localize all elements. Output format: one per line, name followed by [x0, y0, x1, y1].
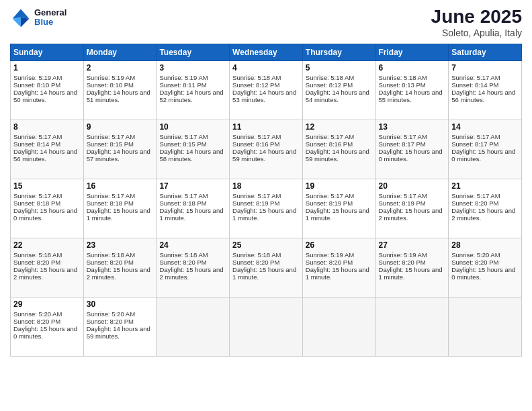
sunset-text: Sunset: 8:20 PM: [87, 259, 134, 266]
sunset-text: Sunset: 8:19 PM: [379, 199, 426, 207]
day-number: 10: [159, 122, 226, 132]
table-row: [157, 297, 230, 356]
sunset-text: Sunset: 8:20 PM: [13, 318, 60, 325]
table-row: 10 Sunrise: 5:17 AM Sunset: 8:15 PM Dayl…: [157, 120, 230, 179]
sunset-text: Sunset: 8:17 PM: [379, 140, 426, 148]
day-number: 27: [379, 240, 446, 250]
sunrise-text: Sunrise: 5:17 AM: [379, 133, 427, 140]
col-monday: Monday: [83, 44, 157, 60]
sunset-text: Sunset: 8:19 PM: [306, 199, 353, 207]
sunrise-text: Sunrise: 5:19 AM: [306, 251, 354, 259]
sunrise-text: Sunrise: 5:17 AM: [13, 192, 62, 199]
calendar-week-row: 8 Sunrise: 5:17 AM Sunset: 8:14 PM Dayli…: [11, 120, 522, 179]
col-tuesday: Tuesday: [157, 44, 230, 60]
sunset-text: Sunset: 8:16 PM: [306, 140, 353, 148]
day-number: 22: [13, 240, 81, 250]
daylight-label: Daylight: 14 hours and 53 minutes.: [232, 89, 296, 103]
sunset-text: Sunset: 8:11 PM: [159, 81, 206, 89]
day-number: 30: [87, 300, 154, 309]
sunrise-text: Sunrise: 5:18 AM: [159, 251, 208, 259]
sunset-text: Sunset: 8:15 PM: [87, 140, 134, 148]
sunset-text: Sunset: 8:10 PM: [87, 81, 134, 89]
sunset-text: Sunset: 8:20 PM: [306, 259, 353, 266]
day-number: 28: [451, 240, 519, 250]
day-number: 29: [13, 300, 81, 309]
sunset-text: Sunset: 8:20 PM: [87, 318, 134, 325]
sunrise-text: Sunrise: 5:17 AM: [451, 192, 500, 199]
sunset-text: Sunset: 8:17 PM: [451, 140, 498, 148]
table-row: 8 Sunrise: 5:17 AM Sunset: 8:14 PM Dayli…: [11, 120, 84, 179]
sunset-text: Sunset: 8:12 PM: [306, 81, 353, 89]
col-sunday: Sunday: [11, 44, 84, 60]
table-row: 21 Sunrise: 5:17 AM Sunset: 8:20 PM Dayl…: [449, 179, 522, 238]
sunrise-text: Sunrise: 5:17 AM: [13, 133, 62, 140]
day-number: 6: [379, 63, 446, 73]
daylight-label: Daylight: 15 hours and 0 minutes.: [451, 148, 515, 163]
title-block: June 2025 Soleto, Apulia, Italy: [431, 7, 522, 38]
sunrise-text: Sunrise: 5:19 AM: [379, 251, 427, 259]
sunset-text: Sunset: 8:13 PM: [379, 81, 426, 89]
day-number: 16: [87, 181, 154, 191]
day-number: 20: [379, 181, 446, 191]
table-row: 3 Sunrise: 5:19 AM Sunset: 8:11 PM Dayli…: [157, 60, 230, 120]
day-number: 25: [232, 240, 300, 250]
table-row: 5 Sunrise: 5:18 AM Sunset: 8:12 PM Dayli…: [302, 60, 375, 120]
col-saturday: Saturday: [449, 44, 522, 60]
sunset-text: Sunset: 8:18 PM: [159, 199, 206, 207]
table-row: 24 Sunrise: 5:18 AM Sunset: 8:20 PM Dayl…: [157, 238, 230, 297]
day-number: 8: [13, 122, 81, 132]
day-number: 19: [306, 181, 373, 191]
daylight-label: Daylight: 15 hours and 1 minute.: [159, 207, 223, 222]
daylight-label: Daylight: 15 hours and 1 minute.: [232, 207, 296, 222]
daylight-label: Daylight: 15 hours and 0 minutes.: [13, 325, 77, 340]
daylight-label: Daylight: 14 hours and 56 minutes.: [451, 89, 515, 103]
table-row: 23 Sunrise: 5:18 AM Sunset: 8:20 PM Dayl…: [83, 238, 157, 297]
daylight-label: Daylight: 15 hours and 2 minutes.: [379, 207, 443, 222]
day-number: 9: [87, 122, 154, 132]
sunrise-text: Sunrise: 5:19 AM: [87, 74, 135, 81]
daylight-label: Daylight: 14 hours and 59 minutes.: [306, 148, 369, 163]
sunrise-text: Sunrise: 5:17 AM: [451, 133, 500, 140]
calendar-week-row: 1 Sunrise: 5:19 AM Sunset: 8:10 PM Dayli…: [11, 60, 522, 120]
daylight-label: Daylight: 15 hours and 2 minutes.: [451, 207, 515, 222]
table-row: 2 Sunrise: 5:19 AM Sunset: 8:10 PM Dayli…: [83, 60, 157, 120]
day-number: 14: [451, 122, 519, 132]
sunset-text: Sunset: 8:18 PM: [13, 199, 60, 207]
calendar-header-row: Sunday Monday Tuesday Wednesday Thursday…: [11, 44, 522, 60]
table-row: 17 Sunrise: 5:17 AM Sunset: 8:18 PM Dayl…: [157, 179, 230, 238]
sunset-text: Sunset: 8:14 PM: [13, 140, 60, 148]
table-row: 19 Sunrise: 5:17 AM Sunset: 8:19 PM Dayl…: [302, 179, 375, 238]
calendar-week-row: 15 Sunrise: 5:17 AM Sunset: 8:18 PM Dayl…: [11, 179, 522, 238]
daylight-label: Daylight: 15 hours and 0 minutes.: [451, 266, 515, 281]
daylight-label: Daylight: 14 hours and 59 minutes.: [87, 325, 150, 340]
day-number: 13: [379, 122, 446, 132]
daylight-label: Daylight: 15 hours and 1 minute.: [306, 207, 369, 222]
table-row: 6 Sunrise: 5:18 AM Sunset: 8:13 PM Dayli…: [375, 60, 449, 120]
daylight-label: Daylight: 14 hours and 50 minutes.: [13, 89, 77, 103]
sunrise-text: Sunrise: 5:17 AM: [159, 192, 208, 199]
sunrise-text: Sunrise: 5:19 AM: [159, 74, 208, 81]
day-number: 15: [13, 181, 81, 191]
day-number: 1: [13, 63, 81, 73]
sunrise-text: Sunrise: 5:17 AM: [232, 133, 281, 140]
daylight-label: Daylight: 14 hours and 55 minutes.: [379, 89, 443, 103]
daylight-label: Daylight: 15 hours and 1 minute.: [87, 207, 150, 222]
sunrise-text: Sunrise: 5:19 AM: [13, 74, 62, 81]
table-row: 11 Sunrise: 5:17 AM Sunset: 8:16 PM Dayl…: [230, 120, 303, 179]
table-row: 9 Sunrise: 5:17 AM Sunset: 8:15 PM Dayli…: [83, 120, 157, 179]
sunset-text: Sunset: 8:18 PM: [87, 199, 134, 207]
day-number: 3: [159, 63, 226, 73]
sunset-text: Sunset: 8:20 PM: [451, 199, 498, 207]
table-row: 16 Sunrise: 5:17 AM Sunset: 8:18 PM Dayl…: [83, 179, 157, 238]
sunset-text: Sunset: 8:16 PM: [232, 140, 279, 148]
table-row: 15 Sunrise: 5:17 AM Sunset: 8:18 PM Dayl…: [11, 179, 84, 238]
sunrise-text: Sunrise: 5:17 AM: [159, 133, 208, 140]
calendar-table: Sunday Monday Tuesday Wednesday Thursday…: [10, 44, 522, 357]
sunrise-text: Sunrise: 5:17 AM: [379, 192, 427, 199]
table-row: 14 Sunrise: 5:17 AM Sunset: 8:17 PM Dayl…: [449, 120, 522, 179]
day-number: 17: [159, 181, 226, 191]
day-number: 26: [306, 240, 373, 250]
day-number: 5: [306, 63, 373, 73]
sunrise-text: Sunrise: 5:17 AM: [451, 74, 500, 81]
table-row: 22 Sunrise: 5:18 AM Sunset: 8:20 PM Dayl…: [11, 238, 84, 297]
